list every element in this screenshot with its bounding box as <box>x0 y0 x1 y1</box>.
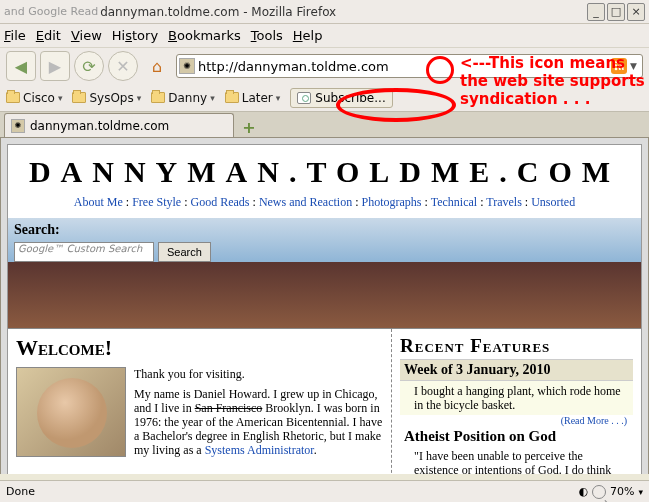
menu-edit[interactable]: Edit <box>36 28 61 43</box>
nav-good[interactable]: Good Reads <box>191 195 250 209</box>
search-label: Search: <box>14 222 60 238</box>
zoom-icon: ◐ <box>578 485 588 498</box>
titlebar: and Google Read dannyman.toldme.com - Mo… <box>0 0 649 24</box>
stop-button[interactable]: ✕ <box>108 51 138 81</box>
bookmark-label: Later <box>242 91 273 105</box>
window-title: dannyman.toldme.com - Mozilla Firefox <box>98 5 585 19</box>
folder-icon <box>225 92 239 103</box>
bookmark-folder-danny[interactable]: Danny▾ <box>151 91 214 105</box>
nav-free[interactable]: Free Style <box>132 195 181 209</box>
welcome-column: Welcome! Thank you for visiting. My name… <box>8 329 391 474</box>
zoom-control[interactable]: ◐ 70% ▾ <box>578 485 643 499</box>
chevron-down-icon: ▾ <box>638 487 643 497</box>
svg-point-0 <box>615 68 618 71</box>
status-text: Done <box>6 485 35 498</box>
welcome-text: Thank you for visiting. My name is Danie… <box>134 367 383 463</box>
nav-unsorted[interactable]: Unsorted <box>531 195 575 209</box>
recent-features-column: Recent Features Week of 3 January, 2010 … <box>391 329 641 474</box>
folder-icon <box>6 92 20 103</box>
bio-strike: San Francisco <box>195 401 263 415</box>
tab-dannyman[interactable]: ✺ dannyman.toldme.com <box>4 113 234 137</box>
menu-file[interactable]: File <box>4 28 26 43</box>
new-tab-button[interactable]: + <box>238 117 260 137</box>
bookmark-label: SysOps <box>89 91 133 105</box>
tab-favicon-icon: ✺ <box>11 119 25 133</box>
url-bar[interactable]: ✺ http://dannyman.toldme.com ▼ <box>176 54 643 78</box>
maximize-button[interactable]: □ <box>607 3 625 21</box>
recent-heading: Recent Features <box>400 335 633 357</box>
search-placeholder: Google™ Custom Search <box>18 243 142 254</box>
chevron-down-icon: ▾ <box>276 93 281 103</box>
bookmark-folder-sysops[interactable]: SysOps▾ <box>72 91 141 105</box>
bookmarks-toolbar: Cisco▾ SysOps▾ Danny▾ Later▾ Subscribe..… <box>0 84 649 112</box>
welcome-bio: My name is Daniel Howard. I grew up in C… <box>134 387 383 457</box>
nav-photo[interactable]: Photographs <box>362 195 422 209</box>
home-button[interactable]: ⌂ <box>142 51 172 81</box>
content-area: DANNYMAN.TOLDME.COM About Me : Free Styl… <box>0 138 649 474</box>
reload-button[interactable]: ⟳ <box>74 51 104 81</box>
chevron-down-icon: ▾ <box>58 93 63 103</box>
subscribe-label: Subscribe... <box>315 91 385 105</box>
atheist-body: "I have been unable to perceive the exis… <box>400 447 633 474</box>
week-body: I bought a hanging plant, which rode hom… <box>400 381 633 415</box>
nav-about[interactable]: About Me <box>74 195 123 209</box>
forward-button[interactable]: ▶ <box>40 51 70 81</box>
folder-icon <box>151 92 165 103</box>
status-bar: Done ◐ 70% ▾ <box>0 480 649 502</box>
chevron-down-icon: ▾ <box>210 93 215 103</box>
url-dropdown-icon[interactable]: ▼ <box>630 61 637 71</box>
subscribe-icon <box>297 92 311 104</box>
title-prefix: and Google Read <box>4 5 98 18</box>
menu-history[interactable]: History <box>112 28 158 43</box>
bookmark-label: Danny <box>168 91 207 105</box>
menu-view[interactable]: View <box>71 28 102 43</box>
week-heading: Week of 3 January, 2010 <box>400 359 633 381</box>
site-title: DANNYMAN.TOLDME.COM <box>8 145 641 195</box>
tab-strip: ✺ dannyman.toldme.com + <box>0 112 649 138</box>
search-button[interactable]: Search <box>158 242 211 262</box>
rss-feed-icon[interactable] <box>611 58 627 74</box>
site-favicon-icon: ✺ <box>179 58 195 74</box>
magnify-icon <box>592 485 606 499</box>
menu-tools[interactable]: Tools <box>251 28 283 43</box>
close-button[interactable]: × <box>627 3 645 21</box>
minimize-button[interactable]: _ <box>587 3 605 21</box>
back-button[interactable]: ◀ <box>6 51 36 81</box>
bio-period: . <box>314 443 317 457</box>
atheist-heading: Atheist Position on God <box>400 426 633 447</box>
bookmark-folder-cisco[interactable]: Cisco▾ <box>6 91 62 105</box>
nav-toolbar: ◀ ▶ ⟳ ✕ ⌂ ✺ http://dannyman.toldme.com ▼ <box>0 48 649 84</box>
chevron-down-icon: ▾ <box>137 93 142 103</box>
menu-bookmarks[interactable]: Bookmarks <box>168 28 241 43</box>
read-more-link[interactable]: (Read More . . .) <box>400 415 633 426</box>
nav-tech[interactable]: Technical <box>431 195 477 209</box>
tab-label: dannyman.toldme.com <box>30 119 169 133</box>
url-text[interactable]: http://dannyman.toldme.com <box>198 59 611 74</box>
menubar: File Edit View History Bookmarks Tools H… <box>0 24 649 48</box>
author-photo <box>16 367 126 457</box>
menu-help[interactable]: Help <box>293 28 323 43</box>
rendered-page: DANNYMAN.TOLDME.COM About Me : Free Styl… <box>7 144 642 474</box>
subscribe-button[interactable]: Subscribe... <box>290 88 392 108</box>
bookmark-label: Cisco <box>23 91 55 105</box>
welcome-thanks: Thank you for visiting. <box>134 367 383 381</box>
zoom-value: 70% <box>610 485 634 498</box>
welcome-heading: Welcome! <box>16 335 383 361</box>
nav-news[interactable]: News and Reaction <box>259 195 352 209</box>
folder-icon <box>72 92 86 103</box>
search-input[interactable]: Google™ Custom Search <box>14 242 154 262</box>
sysadmin-link[interactable]: Systems Administrator <box>205 443 314 457</box>
site-nav: About Me : Free Style : Good Reads : New… <box>8 195 641 218</box>
bookmark-folder-later[interactable]: Later▾ <box>225 91 281 105</box>
banner-image: Search: Google™ Custom Search Search <box>8 218 641 328</box>
nav-travels[interactable]: Travels <box>486 195 522 209</box>
